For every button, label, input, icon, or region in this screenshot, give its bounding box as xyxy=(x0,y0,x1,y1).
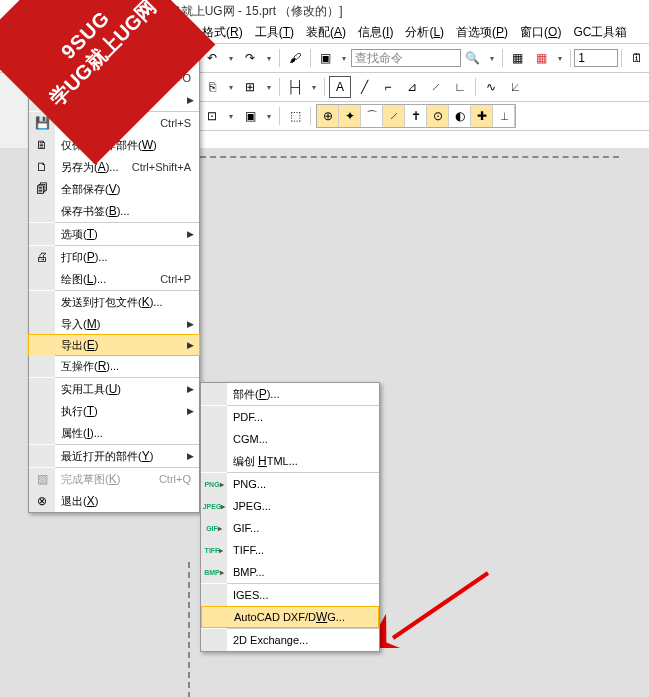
menu-item-1[interactable]: 插入(S) xyxy=(144,22,196,43)
menu-label: 实用工具(U) xyxy=(55,382,187,397)
snap-end[interactable]: ⟋ xyxy=(383,105,405,127)
snap-mid[interactable]: ✦ xyxy=(339,105,361,127)
search-input[interactable]: 查找命令 xyxy=(351,49,460,67)
export-menu-item-6[interactable]: PNG▸PNG... xyxy=(201,473,379,495)
file-menu-item-5[interactable]: 🗎仅保存工作部件(W) xyxy=(29,134,199,156)
align-button[interactable]: ⊞ xyxy=(239,76,261,98)
menu-bar: 视图(V)插入(S)格式(R)工具(T)装配(A)信息(I)分析(L)首选项(P… xyxy=(0,22,649,44)
snap-tan[interactable]: ◐ xyxy=(449,105,471,127)
menu-item-8[interactable]: 窗口(O) xyxy=(514,22,567,43)
copy-button[interactable]: ⎘ xyxy=(201,76,223,98)
file-menu-item-24[interactable]: 最近打开的部件(Y)▶ xyxy=(29,445,199,467)
search-button[interactable]: 🔍 xyxy=(462,47,484,69)
export-menu-item-7[interactable]: JPEG▸JPEG... xyxy=(201,495,379,517)
blank-icon xyxy=(29,89,55,111)
file-menu-item-22[interactable]: 属性(I)... xyxy=(29,422,199,444)
grid-a-button[interactable]: ▦ xyxy=(507,47,529,69)
line-b-button[interactable]: ⌐ xyxy=(377,76,399,98)
export-menu-item-8[interactable]: GIF▸GIF... xyxy=(201,517,379,539)
TIFF-format-icon: TIFF▸ xyxy=(201,539,227,561)
curve-a-button[interactable]: ∿ xyxy=(480,76,502,98)
blank-icon xyxy=(29,200,55,222)
menu-label: 保存(S) xyxy=(55,116,160,131)
print-icon: 🖨 xyxy=(29,246,55,268)
file-menu-item-1[interactable]: 📂打开(O)...Ctrl+O xyxy=(29,67,199,89)
menu-label: 导出(E) xyxy=(55,338,187,353)
export-menu-item-2[interactable]: PDF... xyxy=(201,406,379,428)
export-menu-item-3[interactable]: CGM... xyxy=(201,428,379,450)
redo-button[interactable]: ↷ xyxy=(239,47,261,69)
PNG-format-icon: PNG▸ xyxy=(201,473,227,495)
file-menu-item-15[interactable]: 发送到打包文件(K)... xyxy=(29,291,199,313)
file-menu-item-21[interactable]: 执行(T)▶ xyxy=(29,400,199,422)
menu-label: 全部保存(V) xyxy=(55,182,199,197)
dim-button[interactable]: ├┤ xyxy=(284,76,306,98)
snap-a[interactable]: ⊡ xyxy=(201,105,223,127)
value-spinner[interactable]: 1 xyxy=(574,49,618,67)
export-menu-item-12[interactable]: IGES... xyxy=(201,584,379,606)
line-e-button[interactable]: ∟ xyxy=(449,76,471,98)
export-menu-item-9[interactable]: TIFF▸TIFF... xyxy=(201,539,379,561)
save-icon: 💾 xyxy=(29,112,55,134)
snap-ctr[interactable]: ✝ xyxy=(405,105,427,127)
palette-button[interactable]: 🗓 xyxy=(626,47,648,69)
menu-label: 发送到打包文件(K)... xyxy=(55,295,199,310)
snap-cross[interactable]: ✚ xyxy=(471,105,493,127)
saveas-icon: 🗋 xyxy=(29,156,55,178)
file-menu-item-0[interactable]: 📄新建(N)...Ctrl+N xyxy=(29,45,199,67)
line-c-button[interactable]: ⊿ xyxy=(401,76,423,98)
menu-item-3[interactable]: 工具(T) xyxy=(249,22,300,43)
undo-dropdown[interactable]: ▾ xyxy=(224,54,238,63)
snap-int[interactable]: ⌒ xyxy=(361,105,383,127)
file-menu-item-27[interactable]: ⊗退出(X) xyxy=(29,490,199,512)
text-button[interactable]: A xyxy=(329,76,351,98)
snap-point[interactable]: ⊕ xyxy=(317,105,339,127)
menu-label: 执行(T) xyxy=(55,404,187,419)
redo-dropdown[interactable]: ▾ xyxy=(262,54,276,63)
file-menu-item-12[interactable]: 🖨打印(P)... xyxy=(29,246,199,268)
menu-item-2[interactable]: 格式(R) xyxy=(196,22,249,43)
file-menu-item-13[interactable]: 绘图(L)...Ctrl+P xyxy=(29,268,199,290)
menu-item-4[interactable]: 装配(A) xyxy=(300,22,352,43)
export-menu-item-15[interactable]: 2D Exchange... xyxy=(201,629,379,651)
line-d-button[interactable]: ⟋ xyxy=(425,76,447,98)
menu-item-7[interactable]: 首选项(P) xyxy=(450,22,514,43)
grid-b-button[interactable]: ▦ xyxy=(530,47,552,69)
file-menu-item-20[interactable]: 实用工具(U)▶ xyxy=(29,378,199,400)
export-menu-item-10[interactable]: BMP▸BMP... xyxy=(201,561,379,583)
file-menu-item-2[interactable]: 关闭(C)▶ xyxy=(29,89,199,111)
snap-b[interactable]: ▣ xyxy=(239,105,261,127)
export-menu-item-0[interactable]: 部件(P)... xyxy=(201,383,379,405)
undo-button[interactable]: ↶ xyxy=(201,47,223,69)
export-label: GIF... xyxy=(227,521,379,535)
file-menu-item-4[interactable]: 💾保存(S)Ctrl+S xyxy=(29,112,199,134)
line-a-button[interactable]: ╱ xyxy=(353,76,375,98)
snap-circ[interactable]: ⊙ xyxy=(427,105,449,127)
file-menu-item-8[interactable]: 保存书签(B)... xyxy=(29,200,199,222)
export-menu-item-4[interactable]: 编创 HTML... xyxy=(201,450,379,472)
menu-label: 导入(M) xyxy=(55,317,187,332)
tool-button[interactable]: ▣ xyxy=(315,47,337,69)
file-menu-item-7[interactable]: 🗐全部保存(V) xyxy=(29,178,199,200)
menu-item-6[interactable]: 分析(L) xyxy=(399,22,450,43)
export-label: CGM... xyxy=(227,432,379,446)
menu-item-0[interactable]: 视图(V) xyxy=(92,22,144,43)
menu-label: 另存为(A)... xyxy=(55,160,132,175)
curve-b-button[interactable]: ⟀ xyxy=(504,76,526,98)
snap-c[interactable]: ⬚ xyxy=(284,105,306,127)
menu-item-5[interactable]: 信息(I) xyxy=(352,22,399,43)
export-label: TIFF... xyxy=(227,543,379,557)
export-menu-item-13[interactable]: AutoCAD DXF/DWG... xyxy=(201,606,379,628)
file-menu-item-16[interactable]: 导入(M)▶ xyxy=(29,313,199,335)
submenu-arrow-icon: ▶ xyxy=(187,384,199,394)
file-menu-item-18[interactable]: 互操作(R)... xyxy=(29,355,199,377)
submenu-arrow-icon: ▶ xyxy=(187,406,199,416)
file-menu-item-6[interactable]: 🗋另存为(A)...Ctrl+Shift+A xyxy=(29,156,199,178)
file-menu-item-10[interactable]: 选项(T)▶ xyxy=(29,223,199,245)
file-menu-item-17[interactable]: 导出(E)▶ xyxy=(28,334,200,356)
paintbrush-button[interactable]: 🖌 xyxy=(284,47,306,69)
snap-diag[interactable]: ⟂ xyxy=(493,105,515,127)
menu-item-9[interactable]: GC工具箱 xyxy=(567,22,633,43)
submenu-arrow-icon: ▶ xyxy=(187,319,199,329)
canvas-dash-top xyxy=(200,156,619,158)
